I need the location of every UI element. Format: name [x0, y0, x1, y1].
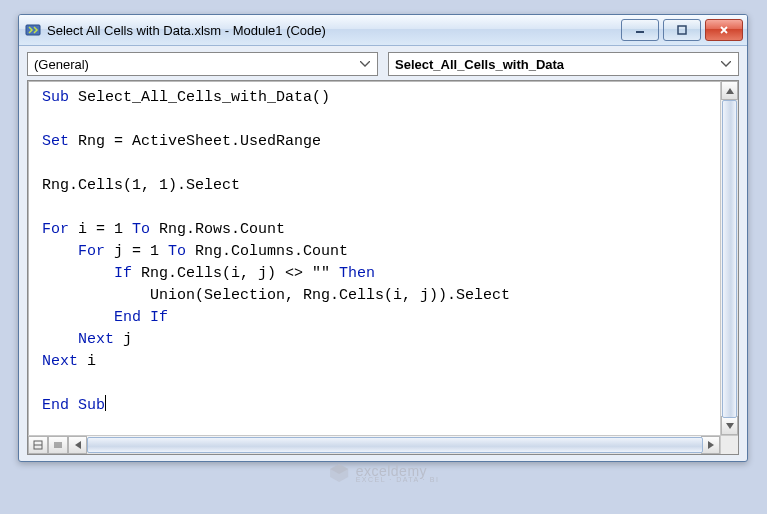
vscroll-thumb[interactable] — [722, 100, 737, 418]
watermark-icon — [328, 462, 350, 484]
chevron-down-icon — [357, 56, 373, 72]
vertical-scrollbar[interactable] — [720, 81, 738, 435]
object-dropdown-value: (General) — [34, 57, 89, 72]
procedure-view-button[interactable] — [28, 436, 48, 454]
procedure-dropdown[interactable]: Select_All_Cells_with_Data — [388, 52, 739, 76]
bottom-bar — [28, 435, 738, 454]
hscroll-thumb[interactable] — [87, 437, 703, 453]
scroll-up-button[interactable] — [721, 81, 738, 100]
text-caret — [105, 395, 106, 411]
vba-code-window: Select All Cells with Data.xlsm - Module… — [18, 14, 748, 462]
full-module-view-button[interactable] — [48, 436, 68, 454]
watermark-brand: exceldemy — [356, 463, 427, 479]
window-title: Select All Cells with Data.xlsm - Module… — [47, 23, 621, 38]
horizontal-scrollbar[interactable] — [68, 436, 720, 454]
dropdown-row: (General) Select_All_Cells_with_Data — [19, 46, 747, 80]
watermark-tagline: EXCEL · DATA · BI — [356, 476, 440, 483]
watermark: exceldemy EXCEL · DATA · BI — [328, 462, 440, 484]
titlebar: Select All Cells with Data.xlsm - Module… — [19, 15, 747, 46]
code-pane: Sub Select_All_Cells_with_Data() Set Rng… — [27, 80, 739, 455]
maximize-button[interactable] — [663, 19, 701, 41]
object-dropdown[interactable]: (General) — [27, 52, 378, 76]
code-editor[interactable]: Sub Select_All_Cells_with_Data() Set Rng… — [28, 81, 720, 435]
scroll-down-button[interactable] — [721, 416, 738, 435]
chevron-down-icon — [718, 56, 734, 72]
minimize-button[interactable] — [621, 19, 659, 41]
vscroll-track[interactable] — [721, 100, 738, 416]
hscroll-track[interactable] — [87, 436, 701, 454]
scroll-left-button[interactable] — [68, 436, 87, 454]
svg-rect-2 — [678, 26, 686, 34]
resize-grip[interactable] — [720, 436, 738, 454]
window-controls — [621, 19, 743, 41]
app-icon — [25, 22, 41, 38]
scroll-right-button[interactable] — [701, 436, 720, 454]
close-button[interactable] — [705, 19, 743, 41]
procedure-dropdown-value: Select_All_Cells_with_Data — [395, 57, 564, 72]
